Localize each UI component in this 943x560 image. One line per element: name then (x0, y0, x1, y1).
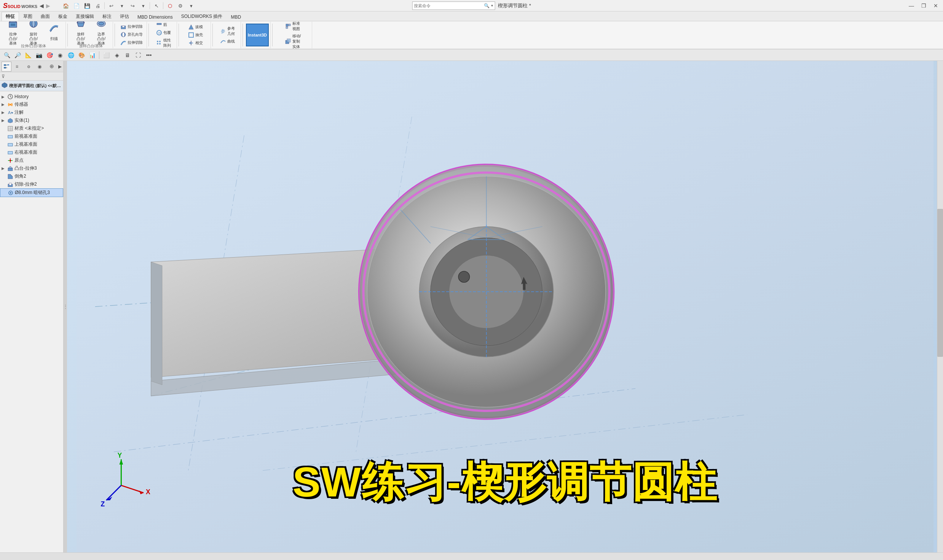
boundary-btn[interactable]: 边界凸台/基体 (91, 21, 111, 43)
pattern-btn[interactable]: 线性阵列 (155, 37, 172, 49)
extrude-cut-btn[interactable]: 拉伸切除 (119, 23, 144, 30)
curves-btn[interactable]: 曲线 (219, 38, 236, 45)
nav-back-btn[interactable]: ◀ (40, 3, 44, 9)
maximize-btn[interactable]: ❐ (918, 1, 929, 11)
tree-item-solid[interactable]: ▶ 实体(1) (0, 116, 63, 124)
tab-plus[interactable]: ⊕ (47, 62, 57, 72)
ref-geo-btn[interactable]: 参 参考几何 (219, 25, 236, 37)
svg-text:SOLID: SOLID (8, 4, 21, 9)
wrap-btn[interactable]: W 包覆 (155, 29, 172, 37)
redo-dropdown[interactable]: ▾ (138, 1, 148, 11)
tab-direct-edit[interactable]: 直接编辑 (72, 12, 98, 21)
boss-extrude3-arrow: ▶ (2, 166, 7, 170)
tree-item-right-plane[interactable]: 右视基准面 (0, 148, 63, 156)
tab-sw-plugins[interactable]: SOLIDWORKS 插件 (177, 12, 227, 21)
tab-feature[interactable]: 特征 (2, 12, 19, 21)
new-btn[interactable]: 🏠 (61, 1, 71, 11)
cmd-filter1-btn[interactable]: 🔍 (2, 51, 11, 60)
shell-btn[interactable]: 抽壳 (187, 31, 204, 39)
cmd-rotate-btn[interactable]: 📷 (34, 51, 43, 60)
tab-display[interactable]: ◉ (35, 62, 45, 72)
undo-dropdown[interactable]: ▾ (117, 1, 127, 11)
cmd-select-btn[interactable]: 📐 (24, 51, 33, 60)
viewport[interactable]: X Y Z SW练习-楔形调节圆柱 (67, 61, 943, 552)
panel-resize-handle[interactable] (64, 61, 67, 552)
panel-expand-arrow[interactable]: ▶ (58, 64, 62, 69)
tree-item-cut-extrude2[interactable]: 切除-拉伸2 (0, 180, 63, 188)
cmd-view1-btn[interactable]: ⬜ (102, 51, 111, 60)
cmd-appearance-btn[interactable]: 🎨 (77, 51, 86, 60)
tree-item-material[interactable]: 材质 <未指定> (0, 124, 63, 132)
print-btn[interactable]: 🖨 (93, 1, 103, 11)
options-btn[interactable]: ⚙ (176, 1, 185, 11)
open-btn[interactable]: 📄 (72, 1, 81, 11)
redo-btn[interactable]: ↪ (128, 1, 137, 11)
extrude-boss-btn[interactable]: 拉伸凸台/基体 (3, 21, 23, 43)
svg-point-21 (157, 43, 158, 45)
revolve-cut-label: 异孔向导 (128, 32, 143, 37)
views-btns: 标准视图 移动/复制实体 (284, 21, 303, 49)
tab-feature-tree[interactable] (2, 62, 11, 72)
cmd-zoom-btn[interactable]: ◉ (56, 51, 65, 60)
tab-config[interactable]: ⚙ (24, 62, 34, 72)
tree-item-history[interactable]: ▶ History (0, 93, 63, 100)
panel-tabs: ≡ ⚙ ◉ ⊕ ▶ (0, 61, 63, 72)
search-dropdown[interactable]: ▾ (491, 3, 493, 8)
svg-rect-30 (289, 24, 290, 26)
sensor-arrow: ▶ (2, 102, 7, 107)
tab-properties[interactable]: ≡ (13, 62, 23, 72)
std-views-btn[interactable]: 标准视图 (284, 21, 303, 32)
loft-btn[interactable]: 放样凸台/基体 (71, 21, 91, 43)
search-input[interactable] (414, 3, 482, 8)
move-copy-btn[interactable]: 移动/复制实体 (284, 33, 303, 49)
cmd-view3-btn[interactable]: 🖥 (123, 51, 132, 60)
svg-marker-43 (2, 83, 7, 88)
v-scroll-thumb[interactable] (937, 209, 943, 357)
cmd-pan-btn[interactable]: 🎯 (45, 51, 54, 60)
sweep-btn[interactable]: 扫描 (44, 21, 64, 43)
tab-sheetmetal[interactable]: 板金 (54, 12, 72, 21)
mirror-btn[interactable]: 相交 (187, 39, 204, 47)
cmd-render-btn[interactable]: 📊 (88, 51, 97, 60)
tab-annotation[interactable]: 标注 (98, 12, 116, 21)
v-scrollbar[interactable] (937, 61, 943, 554)
tab-evaluate[interactable]: 评估 (116, 12, 133, 21)
tree-item-sensor[interactable]: ▶ 传感器 (0, 100, 63, 108)
cmd-filter2-btn[interactable]: 🔎 (13, 51, 22, 60)
tree-item-top-plane[interactable]: 上视基准面 (0, 140, 63, 148)
sweep-cut-btn[interactable]: 拉伸切除 (119, 39, 144, 46)
revolve-boss-btn[interactable]: 旋转凸台/基体 (24, 21, 43, 43)
options-dropdown[interactable]: ▾ (186, 1, 196, 11)
cmd-fullscreen-btn[interactable]: ⛶ (134, 51, 143, 60)
tab-surface[interactable]: 曲面 (37, 12, 54, 21)
cmd-display-btn[interactable]: 🌐 (66, 51, 75, 60)
draft-btn[interactable]: 拔模 (187, 23, 204, 31)
tree-item-origin[interactable]: 原点 (0, 156, 63, 164)
div2 (115, 24, 115, 46)
undo-btn[interactable]: ↩ (106, 1, 116, 11)
rebuild-btn[interactable]: ⬡ (165, 1, 175, 11)
instant3d-btn[interactable]: Instant3D (246, 24, 269, 46)
tree-item-boss-extrude3[interactable]: ▶ 凸台-拉伸3 (0, 164, 63, 172)
save-btn[interactable]: 💾 (82, 1, 92, 11)
tree-item-pin-hole3[interactable]: Ø8.0mm 暗销孔3 (0, 188, 63, 197)
top-plane-label: 上视基准面 (14, 141, 62, 148)
svg-line-46 (10, 97, 11, 97)
rib-btn[interactable]: 筋 (155, 21, 172, 29)
select-btn[interactable]: ↖ (152, 1, 161, 11)
sw-logo: S SOLID WORKS ◀ ▶ (0, 2, 53, 10)
cmd-view2-btn[interactable]: ◈ (112, 51, 121, 60)
tab-mbd-dim[interactable]: MBD Dimensions (133, 13, 177, 21)
tab-sketch[interactable]: 草图 (19, 12, 37, 21)
tree-item-annotation[interactable]: ▶ A⚑ 注解 (0, 108, 63, 116)
revolve-cut-btn[interactable]: 异孔向导 (119, 31, 144, 38)
tab-mbd[interactable]: MBD (227, 13, 245, 21)
draft-btns: 拔模 抽壳 相交 (187, 23, 204, 47)
nav-forward-btn[interactable]: ▶ (46, 3, 50, 9)
cmd-more-btn[interactable]: ••• (144, 51, 153, 60)
svg-text:S: S (3, 2, 8, 10)
tree-item-chamfer2[interactable]: 倒角2 (0, 172, 63, 180)
close-btn[interactable]: ✕ (930, 1, 941, 11)
minimize-btn[interactable]: — (906, 1, 917, 11)
tree-item-front-plane[interactable]: 前视基准面 (0, 132, 63, 140)
